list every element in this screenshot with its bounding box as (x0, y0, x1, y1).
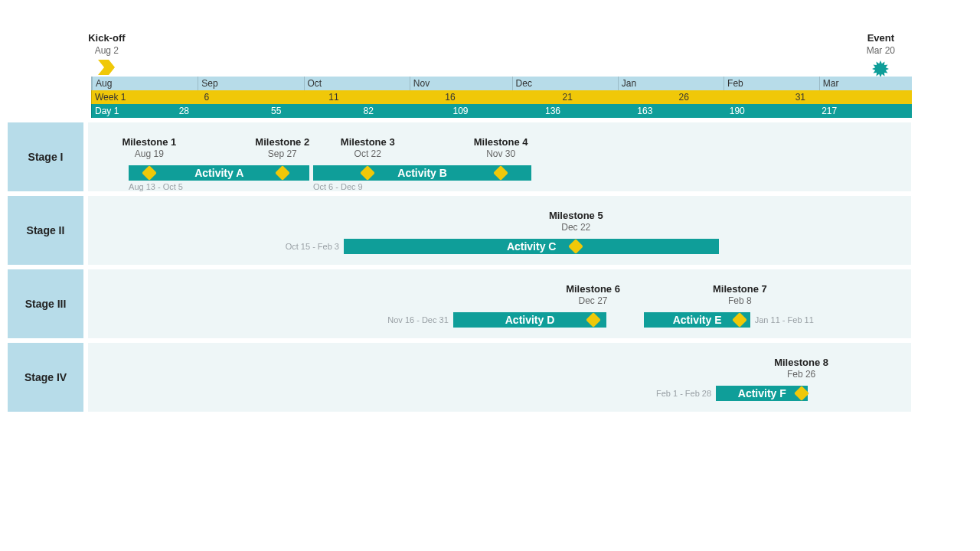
tick: Aug (92, 77, 112, 90)
tick: Nov (410, 77, 430, 90)
stage-body: Milestone 5Dec 22Activity COct 15 - Feb … (88, 196, 911, 265)
event-date: Aug 2 (88, 45, 125, 56)
milestone-name: Milestone 8 (774, 357, 828, 368)
milestone-name: Milestone 4 (474, 136, 528, 148)
milestone-date: Feb 26 (774, 369, 828, 380)
top-event: EventMar 20 (867, 32, 895, 56)
activity-bar: Activity C (344, 239, 719, 254)
tick: 21 (562, 90, 572, 104)
event-date: Mar 20 (867, 45, 895, 56)
ruler-weeks: Week 161116212631 (91, 90, 912, 104)
tick: 217 (822, 104, 837, 118)
tick: 26 (679, 90, 689, 104)
stage-rows: Stage IMilestone 1Aug 19Milestone 2Sep 2… (8, 122, 911, 412)
milestone: Milestone 7Feb 8 (713, 283, 767, 306)
tick: 82 (363, 104, 373, 118)
milestone-date: Dec 22 (549, 222, 603, 233)
ruler-days: Day 1285582109136163190217 (91, 104, 912, 118)
tick: 31 (795, 90, 805, 104)
activity-name: Activity B (397, 167, 447, 179)
stage-label: Stage IV (8, 343, 83, 412)
tick: 109 (453, 104, 469, 118)
milestone: Milestone 1Aug 19 (122, 136, 176, 159)
tick: 6 (204, 90, 210, 104)
milestone: Milestone 2Sep 27 (255, 136, 309, 159)
stage-body: Milestone 8Feb 26Activity FFeb 1 - Feb 2… (88, 343, 911, 412)
milestone-name: Milestone 3 (341, 136, 395, 148)
tick: 136 (545, 104, 560, 118)
activity-daterange: Nov 16 - Dec 31 (387, 315, 448, 324)
tick: 55 (271, 104, 281, 118)
milestone: Milestone 5Dec 22 (549, 210, 603, 233)
milestone-name: Milestone 2 (255, 136, 309, 148)
svg-point-13 (876, 64, 885, 73)
activity-daterange: Feb 1 - Feb 28 (656, 389, 711, 398)
ruler-months: AugSepOctNovDecJanFebMar (91, 77, 912, 90)
event-burst-icon (871, 60, 890, 78)
milestone-name: Milestone 6 (566, 283, 620, 295)
activity-name: Activity C (507, 240, 557, 253)
tick: 11 (328, 90, 338, 104)
activity-name: Activity A (194, 167, 243, 179)
stage-row: Stage IMilestone 1Aug 19Milestone 2Sep 2… (8, 122, 911, 191)
top-event: Kick-offAug 2 (88, 32, 125, 56)
kickoff-arrow-icon (98, 60, 115, 75)
milestone-date: Dec 27 (566, 295, 620, 306)
tick: Dec (512, 77, 532, 90)
tick: Sep (198, 77, 217, 90)
svg-marker-0 (98, 60, 115, 75)
activity-daterange: Oct 6 - Dec 9 (313, 182, 363, 191)
tick: 16 (445, 90, 455, 104)
milestone-name: Milestone 1 (122, 136, 176, 148)
milestone: Milestone 4Nov 30 (474, 136, 528, 159)
tick: Feb (724, 77, 743, 90)
milestone-date: Nov 30 (474, 148, 528, 159)
tick: 163 (637, 104, 652, 118)
activity-name: Activity F (738, 387, 786, 399)
activity-name: Activity E (673, 314, 722, 326)
activity-daterange: Jan 11 - Feb 11 (755, 315, 814, 324)
milestone: Milestone 6Dec 27 (566, 283, 620, 306)
stage-body: Milestone 6Dec 27Milestone 7Feb 8Activit… (88, 269, 911, 338)
milestone: Milestone 3Oct 22 (341, 136, 395, 159)
milestone-date: Aug 19 (122, 148, 176, 159)
activity-name: Activity D (505, 314, 555, 326)
activity-daterange: Aug 13 - Oct 5 (129, 182, 183, 191)
event-name: Kick-off (88, 32, 125, 44)
tick: Day 1 (92, 104, 119, 118)
milestone: Milestone 8Feb 26 (774, 357, 828, 380)
activity-daterange: Oct 15 - Feb 3 (286, 242, 339, 251)
stage-label: Stage II (8, 196, 83, 265)
tick: 190 (730, 104, 745, 118)
tick: Week 1 (92, 90, 126, 104)
milestone-date: Feb 8 (713, 295, 767, 306)
milestone-name: Milestone 7 (713, 283, 767, 295)
tick: Oct (304, 77, 322, 90)
milestone-date: Oct 22 (341, 148, 395, 159)
stage-body: Milestone 1Aug 19Milestone 2Sep 27Milest… (88, 122, 911, 191)
tick: Jan (618, 77, 636, 90)
gantt-chart: Kick-offAug 2EventMar 20 AugSepOctNovDec… (8, 77, 911, 412)
stage-row: Stage IIIMilestone 6Dec 27Milestone 7Feb… (8, 269, 911, 338)
stage-row: Stage IIMilestone 5Dec 22Activity COct 1… (8, 196, 911, 265)
tick: Mar (819, 77, 839, 90)
top-events: Kick-offAug 2EventMar 20 (91, 32, 911, 77)
milestone-name: Milestone 5 (549, 210, 603, 221)
tick: 28 (179, 104, 189, 118)
event-name: Event (867, 32, 894, 44)
stage-row: Stage IVMilestone 8Feb 26Activity FFeb 1… (8, 343, 911, 412)
stage-label: Stage III (8, 269, 83, 338)
activity-bar: Activity D (453, 312, 607, 328)
milestone-date: Sep 27 (255, 148, 309, 159)
stage-label: Stage I (8, 122, 83, 191)
